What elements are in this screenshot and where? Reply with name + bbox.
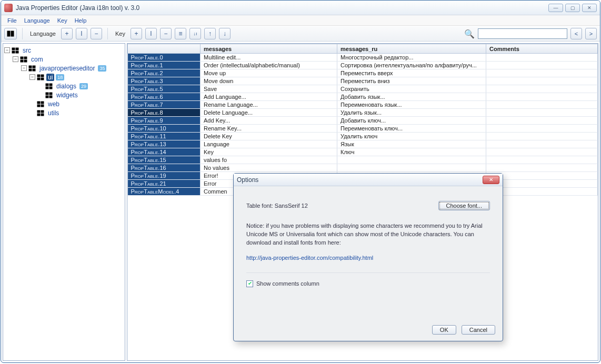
table-row[interactable]: PropTable.6Add Language...Добавить язык.…: [128, 93, 598, 101]
key-cell[interactable]: PropTable.14: [128, 148, 201, 156]
key-sort-asc-button[interactable]: ↓ı: [189, 28, 201, 39]
comments-cell[interactable]: [486, 93, 598, 101]
key-cell[interactable]: PropTable.0: [128, 54, 201, 62]
messages-ru-cell[interactable]: Переместить вверх: [337, 69, 486, 77]
tree-node[interactable]: −ui18: [3, 73, 125, 82]
comments-cell[interactable]: [486, 140, 598, 148]
key-rename-button[interactable]: I: [145, 28, 157, 39]
key-lines-button[interactable]: ≡: [175, 28, 186, 39]
key-remove-button[interactable]: −: [160, 28, 172, 39]
col-comments[interactable]: Comments: [486, 44, 598, 54]
language-rename-button[interactable]: I: [76, 28, 87, 39]
messages-cell[interactable]: Delete Key: [201, 133, 337, 140]
comments-cell[interactable]: [486, 77, 598, 85]
comments-cell[interactable]: [486, 148, 598, 156]
comments-cell[interactable]: [486, 54, 598, 62]
table-row[interactable]: PropTable.13LanguageЯзык: [128, 140, 598, 148]
search-prev-button[interactable]: <: [570, 28, 582, 39]
tree-node-label[interactable]: ui: [46, 74, 54, 81]
col-messages[interactable]: messages: [201, 44, 337, 54]
tree-node-label[interactable]: com: [29, 56, 45, 63]
language-remove-button[interactable]: −: [91, 28, 102, 39]
table-row[interactable]: PropTable.8Delete Language...Удалить язы…: [128, 109, 598, 117]
tree-toggle-icon[interactable]: −: [13, 56, 18, 62]
comments-cell[interactable]: [486, 85, 598, 93]
key-cell[interactable]: PropTable.1: [128, 62, 201, 69]
comments-cell[interactable]: [486, 69, 598, 77]
key-cell[interactable]: PropTable.8: [128, 109, 201, 117]
messages-cell[interactable]: Language: [201, 140, 337, 148]
menu-help[interactable]: Help: [72, 16, 90, 25]
messages-cell[interactable]: Save: [201, 85, 337, 93]
table-row[interactable]: PropTable.1Order (intellectual/alphabeti…: [128, 62, 598, 69]
close-button[interactable]: ✕: [582, 4, 597, 12]
key-cell[interactable]: PropTable.13: [128, 140, 201, 148]
table-row[interactable]: PropTable.11Delete KeyУдалить ключ: [128, 133, 598, 140]
project-tree[interactable]: −src−com−javapropertieseditor35−ui18dial…: [3, 43, 125, 361]
comments-cell[interactable]: [486, 164, 598, 172]
comments-cell[interactable]: [486, 62, 598, 69]
tree-toggle-icon[interactable]: −: [4, 47, 10, 53]
messages-ru-cell[interactable]: Удалить язык...: [337, 109, 486, 117]
key-cell[interactable]: PropTable.19: [128, 172, 201, 180]
comments-cell[interactable]: [486, 125, 598, 133]
table-row[interactable]: PropTable.16No values: [128, 164, 598, 172]
table-row[interactable]: PropTable.15values fo: [128, 156, 598, 164]
language-add-button[interactable]: +: [61, 28, 73, 39]
search-input[interactable]: [478, 28, 567, 39]
messages-ru-cell[interactable]: Переименовать язык...: [337, 101, 486, 109]
messages-cell[interactable]: Order (intellectual/alphabetic/manual): [201, 62, 337, 69]
tree-node[interactable]: web: [3, 99, 125, 108]
messages-ru-cell[interactable]: Переименовать ключ...: [337, 125, 486, 133]
comments-cell[interactable]: [486, 156, 598, 164]
messages-cell[interactable]: Add Language...: [201, 93, 337, 101]
messages-cell[interactable]: Add Key...: [201, 117, 337, 125]
options-ok-button[interactable]: OK: [432, 325, 456, 335]
col-messages-ru[interactable]: messages_ru: [337, 44, 486, 54]
key-sort-down-button[interactable]: ↓: [219, 28, 231, 39]
messages-ru-cell[interactable]: Многострочный редактор...: [337, 54, 486, 62]
tree-node-label[interactable]: widgets: [55, 92, 79, 99]
tree-toggle-icon[interactable]: −: [29, 74, 35, 80]
table-row[interactable]: PropTable.0Multiline edit...Многострочны…: [128, 54, 598, 62]
comments-cell[interactable]: [486, 101, 598, 109]
table-row[interactable]: PropTable.7Rename Language...Переименова…: [128, 101, 598, 109]
key-add-button[interactable]: +: [131, 28, 142, 39]
table-row[interactable]: PropTable.10Rename Key...Переименовать к…: [128, 125, 598, 133]
toolbar-layout-button[interactable]: [4, 28, 17, 39]
messages-ru-cell[interactable]: [337, 164, 486, 172]
key-cell[interactable]: PropTable.16: [128, 164, 201, 172]
table-row[interactable]: PropTable.14KeyКлюч: [128, 148, 598, 156]
key-cell[interactable]: PropTable.15: [128, 156, 201, 164]
messages-ru-cell[interactable]: Язык: [337, 140, 486, 148]
key-cell[interactable]: PropTable.5: [128, 85, 201, 93]
messages-cell[interactable]: Delete Language...: [201, 109, 337, 117]
comments-cell[interactable]: [486, 133, 598, 140]
messages-cell[interactable]: No values: [201, 164, 337, 172]
maximize-button[interactable]: ▢: [565, 4, 580, 12]
tree-node[interactable]: −src: [3, 46, 125, 55]
messages-cell[interactable]: values fo: [201, 156, 337, 164]
key-cell[interactable]: PropTable.6: [128, 93, 201, 101]
key-cell[interactable]: PropTable.3: [128, 77, 201, 85]
messages-ru-cell[interactable]: Переместить вниз: [337, 77, 486, 85]
messages-ru-cell[interactable]: Добавить язык...: [337, 93, 486, 101]
options-close-button[interactable]: ✕: [483, 176, 499, 184]
messages-cell[interactable]: Rename Language...: [201, 101, 337, 109]
messages-ru-cell[interactable]: Сортировка (интеллектуальная/по алфавиту…: [337, 62, 486, 69]
key-cell[interactable]: PropTable.7: [128, 101, 201, 109]
key-cell[interactable]: PropTable.11: [128, 133, 201, 140]
choose-font-button[interactable]: Choose font...: [438, 201, 490, 210]
key-cell[interactable]: PropTable.10: [128, 125, 201, 133]
tree-node[interactable]: −com: [3, 55, 125, 64]
tree-node-label[interactable]: utils: [46, 109, 61, 117]
menu-language[interactable]: Language: [21, 16, 53, 25]
table-row[interactable]: PropTable.5SaveСохранить: [128, 85, 598, 93]
compatibility-link[interactable]: http://java-properties-editor.com/compat…: [246, 255, 373, 261]
minimize-button[interactable]: —: [548, 4, 563, 12]
tree-node-label[interactable]: web: [46, 100, 61, 108]
messages-ru-cell[interactable]: [337, 156, 486, 164]
tree-node[interactable]: utils: [3, 108, 125, 117]
tree-node[interactable]: −javapropertieseditor35: [3, 64, 125, 73]
messages-ru-cell[interactable]: Ключ: [337, 148, 486, 156]
